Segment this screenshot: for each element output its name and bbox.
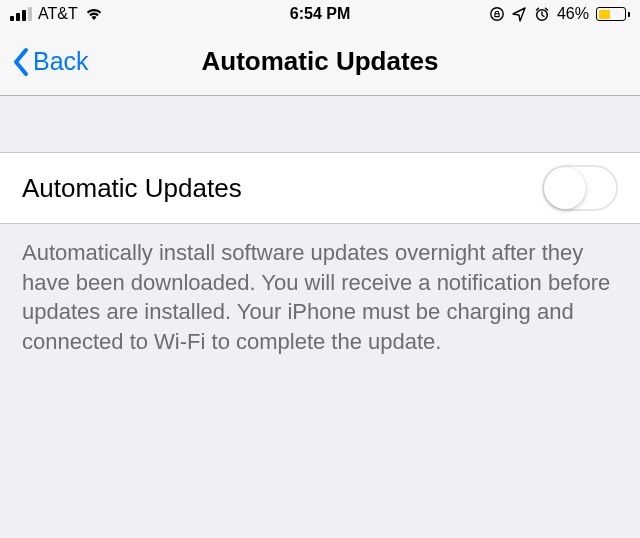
battery-fill	[599, 10, 611, 19]
status-left: AT&T	[10, 5, 104, 23]
battery-icon	[596, 7, 630, 21]
status-right: 46%	[489, 5, 630, 23]
back-label: Back	[33, 47, 89, 76]
setting-label: Automatic Updates	[22, 173, 242, 204]
location-icon	[512, 7, 527, 22]
automatic-updates-row: Automatic Updates	[0, 152, 640, 224]
status-bar: AT&T 6:54 PM 46%	[0, 0, 640, 28]
orientation-lock-icon	[489, 6, 505, 22]
navigation-bar: Back Automatic Updates	[0, 28, 640, 96]
status-time: 6:54 PM	[290, 5, 350, 23]
setting-description: Automatically install software updates o…	[0, 224, 640, 371]
page-title: Automatic Updates	[202, 46, 439, 77]
back-button[interactable]: Back	[12, 47, 89, 77]
wifi-icon	[84, 7, 104, 21]
content-area: Automatic Updates Automatically install …	[0, 96, 640, 371]
automatic-updates-toggle[interactable]	[542, 165, 618, 211]
battery-percent-label: 46%	[557, 5, 589, 23]
alarm-icon	[534, 6, 550, 22]
toggle-knob	[544, 167, 586, 209]
chevron-left-icon	[12, 47, 29, 77]
carrier-label: AT&T	[38, 5, 78, 23]
cellular-signal-icon	[10, 7, 32, 21]
